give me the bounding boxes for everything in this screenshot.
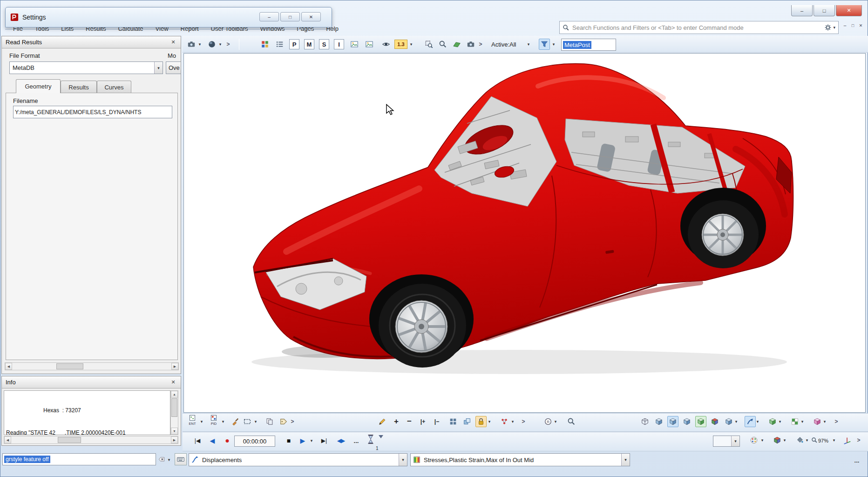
shaded-edges-mode-button[interactable]	[681, 416, 692, 427]
settings-close-button[interactable]: ✕	[301, 12, 321, 21]
settings-maximize-button[interactable]: □	[280, 12, 300, 21]
scroll-thumb[interactable]	[171, 398, 177, 417]
zoom-level-chevron-icon[interactable]: ▾	[831, 435, 837, 446]
toolbar-expand-icon[interactable]: >	[855, 435, 862, 446]
scroll-left-icon[interactable]: ◀	[4, 436, 11, 443]
scroll-left-icon[interactable]: ◀	[5, 363, 12, 370]
section-cube-button[interactable]	[812, 416, 823, 427]
info-hscrollbar[interactable]: ◀ ▶	[4, 436, 178, 444]
color-palette-button[interactable]	[748, 435, 760, 446]
toolbar-expand-icon[interactable]: >	[225, 39, 231, 50]
part-manager-button[interactable]	[259, 39, 271, 50]
inspect-zoom-button[interactable]	[566, 416, 577, 427]
zoom-button[interactable]	[437, 39, 448, 50]
chevron-down-icon[interactable]: ▾	[621, 454, 630, 466]
shaded-mode-button[interactable]	[667, 416, 678, 427]
chevron-down-icon[interactable]: ▾	[399, 454, 407, 466]
entity-color-chevron-icon[interactable]: ▾	[733, 416, 739, 427]
info-vscrollbar[interactable]: ▲ ▼	[170, 390, 178, 435]
feature-group-chevron-icon[interactable]: ▾	[510, 416, 515, 427]
tag-button[interactable]	[278, 416, 289, 427]
palette-chevron-icon[interactable]: ▾	[760, 435, 765, 446]
read-results-hscrollbar[interactable]: ◀ ▶	[5, 362, 179, 370]
overlap-button[interactable]	[461, 416, 473, 427]
annotation-scale-chevron-icon[interactable]: ▾	[408, 39, 414, 50]
stop-button[interactable]: ■	[283, 435, 295, 447]
wireframe-mode-button[interactable]	[639, 416, 651, 427]
status-more-button[interactable]: ...	[851, 454, 863, 466]
copy-selection-button[interactable]	[264, 416, 275, 427]
first-frame-button[interactable]: |◀	[191, 435, 203, 447]
window-minimize-button[interactable]: –	[791, 5, 813, 16]
hidden-line-mode-button[interactable]	[653, 416, 665, 427]
panel-close-icon[interactable]: ✕	[170, 379, 177, 385]
annotation-scale-button[interactable]: 1.3	[394, 40, 407, 49]
scroll-up-icon[interactable]: ▲	[171, 391, 178, 398]
include-letter-button[interactable]: I	[334, 39, 344, 49]
tab-curves[interactable]: Curves	[97, 81, 131, 93]
quality-check-button[interactable]	[789, 416, 800, 427]
section-cube-chevron-icon[interactable]: ▾	[822, 416, 827, 427]
play-button[interactable]: ▶	[297, 435, 309, 447]
pid-color-mode-button[interactable]	[709, 416, 720, 427]
child-restore-icon[interactable]: □	[849, 22, 856, 29]
chevron-down-icon[interactable]: ▾	[154, 62, 163, 74]
info-log[interactable]: Hexas : 73207 Reading "STATE 42 ,TIME 2.…	[4, 390, 170, 435]
deform-toggle-button[interactable]	[745, 416, 756, 427]
timeline-marker-icon[interactable]	[379, 435, 383, 438]
quality-check-chevron-icon[interactable]: ▾	[800, 416, 805, 427]
lock-view-button[interactable]	[475, 416, 487, 427]
scroll-down-icon[interactable]: ▼	[171, 428, 178, 435]
model-display-chevron-icon[interactable]: ▾	[782, 435, 787, 446]
panel-close-icon[interactable]: ✕	[170, 39, 177, 45]
command-clear-button[interactable]	[157, 454, 166, 464]
sets-letter-button[interactable]: S	[319, 39, 329, 49]
toolbar-expand-icon[interactable]: >	[520, 416, 527, 427]
active-filter-chevron-icon[interactable]: ▾	[526, 39, 531, 50]
materials-letter-button[interactable]: M	[304, 39, 314, 49]
filter-button[interactable]	[539, 39, 550, 50]
identify-field[interactable]: MetaPost	[561, 39, 616, 51]
info-header[interactable]: Info ✕	[2, 376, 181, 388]
box-select-button[interactable]	[242, 416, 253, 427]
zoom-level-value[interactable]: 97%	[818, 438, 828, 443]
active-filter-label[interactable]: Active:All	[491, 41, 516, 48]
entity-color-mode-button[interactable]	[723, 416, 734, 427]
window-maximize-button[interactable]: □	[814, 5, 835, 16]
settings-minimize-button[interactable]: –	[259, 12, 279, 21]
node-info-chevron-icon[interactable]: ▾	[553, 416, 558, 427]
annotation-label-button[interactable]	[364, 39, 375, 50]
draw-button[interactable]	[377, 416, 388, 427]
remove-button[interactable]: −	[404, 416, 415, 427]
visibility-button[interactable]	[380, 39, 392, 50]
command-keyboard-button[interactable]	[175, 453, 187, 465]
file-format-select[interactable]: MetaDB ▾	[9, 61, 163, 74]
command-input[interactable]: grstyle feature off	[2, 453, 156, 465]
snapshot-chevron-icon[interactable]: ▾	[197, 39, 203, 50]
fill-color-button[interactable]	[794, 435, 805, 446]
previous-frame-button[interactable]: ◀	[206, 435, 218, 447]
settings-dialog[interactable]: Settings – □ ✕	[5, 7, 332, 27]
scroll-thumb[interactable]	[56, 363, 83, 369]
filename-input[interactable]: Y:/meta_GENERAL/DEMOFILES/LS_DYNA/NHTS	[13, 106, 172, 118]
transparent-mode-button[interactable]	[695, 416, 706, 427]
fringe-result-select[interactable]: Stresses,Plastic Strain,Max of In Out Mi…	[410, 453, 630, 466]
scroll-thumb[interactable]	[58, 437, 81, 443]
tab-geometry[interactable]: Geometry	[16, 79, 61, 93]
overlay-button-clipped[interactable]: Ove	[166, 61, 181, 74]
render-mode-button[interactable]	[206, 39, 217, 50]
pick-entities-button[interactable]: ENT	[186, 414, 199, 430]
record-button[interactable]: ●	[221, 435, 233, 447]
deformation-result-select[interactable]: Displacements ▾	[189, 453, 407, 466]
scroll-right-icon[interactable]: ▶	[171, 436, 178, 443]
read-results-header[interactable]: Read Results ✕	[2, 36, 181, 48]
add-only-button[interactable]: |+	[417, 416, 429, 427]
chevron-down-icon[interactable]: ▾	[731, 436, 739, 446]
lock-chevron-icon[interactable]: ▾	[487, 416, 492, 427]
tab-results[interactable]: Results	[61, 81, 97, 93]
deform-chevron-icon[interactable]: ▾	[755, 416, 760, 427]
snapshot-camera-button[interactable]	[186, 39, 197, 50]
search-options-chevron-icon[interactable]: ▾	[833, 25, 835, 30]
view-camera-button[interactable]	[465, 39, 476, 50]
state-select[interactable]: ▾	[713, 436, 740, 447]
